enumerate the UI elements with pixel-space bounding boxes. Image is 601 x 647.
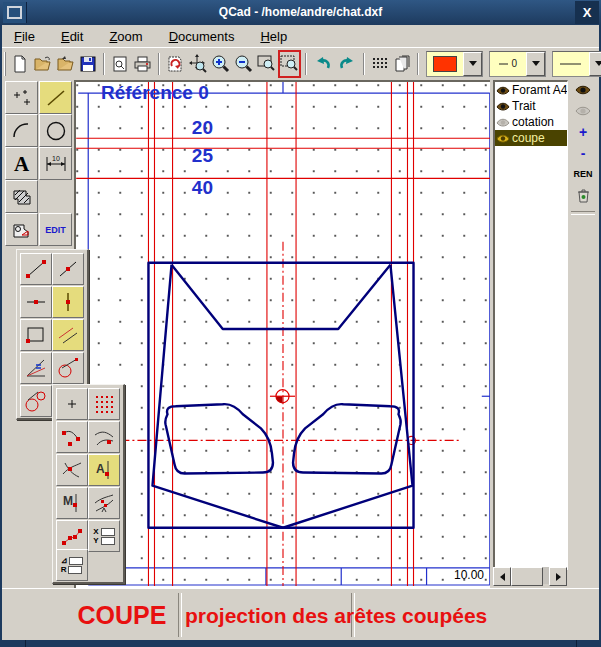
import-file-button[interactable] xyxy=(55,51,76,77)
tool-rectangle[interactable] xyxy=(20,319,52,351)
tool-text[interactable]: A xyxy=(5,147,38,180)
window-bottom-border[interactable] xyxy=(0,640,601,647)
workspace: A 10 EDIT xyxy=(2,79,599,588)
toolbar-handle[interactable] xyxy=(4,52,6,76)
line-width-combo[interactable]: 0 xyxy=(489,51,546,77)
eye-hidden-icon[interactable] xyxy=(496,117,510,128)
line-style-combo[interactable] xyxy=(552,51,601,77)
tool-tangent-point[interactable] xyxy=(52,352,84,384)
tool-measure[interactable] xyxy=(5,213,38,246)
snap-auto[interactable]: A xyxy=(88,454,120,486)
delete-layer-button[interactable] xyxy=(570,184,596,205)
toolbar-separator xyxy=(103,53,105,75)
zoom-auto-button[interactable] xyxy=(278,50,301,78)
layer-item-coupe[interactable]: coupe xyxy=(495,130,567,146)
tool-arc[interactable] xyxy=(5,114,38,147)
menu-documents[interactable]: Documents xyxy=(161,27,243,46)
layer-panel: Foramt A4 Trait cotation coupe xyxy=(490,79,599,588)
layer-buttons: + - REN xyxy=(569,79,597,215)
layer-list-hscrollbar[interactable] xyxy=(493,567,567,584)
auto-snap-a-label: A xyxy=(96,462,105,476)
tool-circle[interactable] xyxy=(39,114,72,147)
open-file-button[interactable] xyxy=(32,51,53,77)
color-combo[interactable] xyxy=(426,51,483,77)
layer-item-trait[interactable]: Trait xyxy=(495,98,567,114)
save-button[interactable] xyxy=(78,51,98,77)
zoom-window-button[interactable] xyxy=(256,51,277,77)
snap-grid[interactable] xyxy=(88,388,120,420)
tool-bisector[interactable] xyxy=(20,352,52,384)
zoom-pointer-icon xyxy=(188,54,207,73)
measure-icon xyxy=(11,219,33,241)
menu-edit[interactable]: Edit xyxy=(53,27,91,46)
tool-dimension[interactable]: 10 xyxy=(39,147,72,180)
print-button[interactable] xyxy=(132,51,153,77)
menu-zoom[interactable]: Zoom xyxy=(101,27,150,46)
hide-all-layers-button[interactable] xyxy=(570,100,596,121)
layers-icon xyxy=(393,55,411,73)
snap-xy-coordinates[interactable]: X Y xyxy=(88,520,120,552)
remove-layer-button[interactable]: - xyxy=(570,142,596,163)
xy-coordinate-icon: X Y xyxy=(93,528,114,545)
open-folder-icon xyxy=(33,55,52,73)
tool-points[interactable] xyxy=(5,81,38,114)
tool-line-parallel[interactable] xyxy=(52,319,84,351)
zoom-in-button[interactable] xyxy=(210,51,231,77)
snap-middle[interactable]: M xyxy=(56,487,88,519)
new-file-icon xyxy=(11,55,29,73)
line-style-value xyxy=(556,55,586,73)
snap-polar-coordinates[interactable]: ⊿ R xyxy=(56,549,88,581)
eye-selected-icon[interactable] xyxy=(496,133,510,144)
title-bar[interactable]: QCad - /home/andre/chat.dxf X xyxy=(0,0,601,25)
page-frame xyxy=(78,82,491,585)
show-all-layers-button[interactable] xyxy=(570,79,596,100)
snap-intersection-manual[interactable] xyxy=(88,487,120,519)
zoom-pointer-button[interactable] xyxy=(187,51,208,77)
menu-file[interactable]: File xyxy=(6,27,43,46)
grid-toggle-button[interactable] xyxy=(370,51,390,77)
line-width-combo-arrow[interactable] xyxy=(526,52,545,76)
zoom-out-button[interactable] xyxy=(233,51,254,77)
grid-icon xyxy=(371,55,389,73)
snap-endpoints[interactable] xyxy=(56,421,88,453)
chevron-down-icon xyxy=(595,61,601,66)
points-icon xyxy=(11,87,33,109)
snap-intersection[interactable] xyxy=(56,454,88,486)
parallel-lines-icon xyxy=(56,323,80,347)
layer-item-cotation[interactable]: cotation xyxy=(495,114,567,130)
tool-hatch[interactable] xyxy=(5,180,38,213)
print-preview-button[interactable] xyxy=(110,51,130,77)
undo-button[interactable] xyxy=(312,51,334,77)
tool-line[interactable] xyxy=(39,81,72,114)
redraw-button[interactable] xyxy=(165,51,185,77)
line-angle-icon xyxy=(56,257,80,281)
close-button[interactable]: X xyxy=(575,1,599,24)
tool-edit[interactable]: EDIT xyxy=(39,213,72,246)
right-eye xyxy=(293,404,401,473)
layer-item-foramt[interactable]: Foramt A4 xyxy=(495,82,567,98)
tool-line-angle[interactable] xyxy=(52,253,84,285)
snap-free[interactable] xyxy=(56,388,88,420)
tool-line-horizontal[interactable] xyxy=(20,286,52,318)
redo-button[interactable] xyxy=(336,51,358,77)
scroll-right-button[interactable] xyxy=(549,567,567,586)
add-layer-button[interactable]: + xyxy=(570,121,596,142)
tool-line-vertical[interactable] xyxy=(52,286,84,318)
layer-list-toggle-button[interactable] xyxy=(392,51,412,77)
new-file-button[interactable] xyxy=(10,51,30,77)
color-combo-arrow[interactable] xyxy=(463,52,482,76)
scrollbar-thumb[interactable] xyxy=(511,567,543,586)
circle-icon xyxy=(45,120,67,142)
tool-tangent-2circles[interactable] xyxy=(20,385,52,417)
snap-on-entity[interactable] xyxy=(88,421,120,453)
system-menu-button[interactable] xyxy=(3,2,27,23)
snap-points-sequence[interactable] xyxy=(56,520,88,552)
drawing-canvas[interactable]: Référence 0 20 25 40 10.00 xyxy=(76,82,491,586)
menu-help[interactable]: Help xyxy=(252,27,295,46)
eye-visible-icon[interactable] xyxy=(496,101,510,112)
rename-layer-button[interactable]: REN xyxy=(570,163,596,184)
tool-line-2points[interactable] xyxy=(20,253,52,285)
eye-visible-icon[interactable] xyxy=(496,85,510,96)
scroll-left-button[interactable] xyxy=(493,567,511,586)
line-style-combo-arrow[interactable] xyxy=(589,52,601,76)
